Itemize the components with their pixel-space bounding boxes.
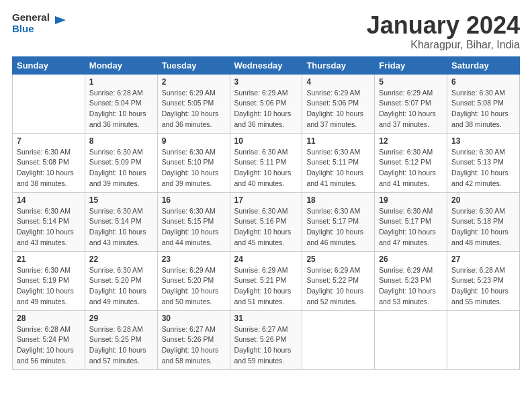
day-detail: Sunrise: 6:30 AMSunset: 5:11 PMDaylight:… bbox=[234, 148, 292, 187]
day-number: 24 bbox=[234, 255, 298, 264]
day-detail: Sunrise: 6:29 AMSunset: 5:06 PMDaylight:… bbox=[306, 89, 363, 128]
logo-blue: Blue bbox=[12, 24, 50, 35]
cell-w2-d1: 7Sunrise: 6:30 AMSunset: 5:08 PMDaylight… bbox=[13, 133, 85, 192]
cell-w3-d3: 16Sunrise: 6:30 AMSunset: 5:15 PMDayligh… bbox=[157, 192, 230, 251]
day-number: 3 bbox=[234, 77, 298, 87]
day-number: 28 bbox=[17, 314, 81, 323]
day-number: 12 bbox=[379, 136, 443, 146]
day-detail: Sunrise: 6:28 AMSunset: 5:25 PMDaylight:… bbox=[89, 325, 146, 365]
day-number: 18 bbox=[306, 195, 370, 205]
day-detail: Sunrise: 6:30 AMSunset: 5:16 PMDaylight:… bbox=[234, 207, 292, 246]
day-number: 15 bbox=[89, 195, 153, 205]
day-number: 2 bbox=[162, 77, 226, 87]
day-detail: Sunrise: 6:30 AMSunset: 5:14 PMDaylight:… bbox=[17, 207, 74, 246]
title-block: January 2024 Kharagpur, Bihar, India bbox=[367, 12, 520, 51]
cell-w2-d5: 11Sunrise: 6:30 AMSunset: 5:11 PMDayligh… bbox=[302, 133, 375, 192]
cell-w4-d5: 25Sunrise: 6:29 AMSunset: 5:22 PMDayligh… bbox=[302, 251, 375, 310]
cell-w5-d1: 28Sunrise: 6:28 AMSunset: 5:24 PMDayligh… bbox=[13, 310, 85, 369]
day-number: 4 bbox=[306, 77, 370, 87]
day-number: 11 bbox=[306, 136, 370, 146]
day-detail: Sunrise: 6:30 AMSunset: 5:08 PMDaylight:… bbox=[17, 148, 74, 187]
day-detail: Sunrise: 6:30 AMSunset: 5:09 PMDaylight:… bbox=[89, 148, 146, 187]
day-detail: Sunrise: 6:29 AMSunset: 5:07 PMDaylight:… bbox=[379, 89, 436, 128]
cell-w1-d4: 3Sunrise: 6:29 AMSunset: 5:06 PMDaylight… bbox=[230, 74, 302, 133]
day-number: 7 bbox=[17, 136, 81, 146]
cell-w4-d4: 24Sunrise: 6:29 AMSunset: 5:21 PMDayligh… bbox=[230, 251, 302, 310]
cell-w5-d3: 30Sunrise: 6:27 AMSunset: 5:26 PMDayligh… bbox=[157, 310, 230, 369]
day-number: 25 bbox=[306, 255, 370, 264]
subtitle: Kharagpur, Bihar, India bbox=[367, 39, 520, 51]
day-number: 29 bbox=[89, 314, 153, 323]
day-detail: Sunrise: 6:30 AMSunset: 5:12 PMDaylight:… bbox=[379, 148, 436, 187]
day-number: 6 bbox=[451, 77, 515, 87]
cell-w3-d6: 19Sunrise: 6:30 AMSunset: 5:17 PMDayligh… bbox=[375, 192, 447, 251]
cell-w4-d1: 21Sunrise: 6:30 AMSunset: 5:19 PMDayligh… bbox=[13, 251, 85, 310]
day-detail: Sunrise: 6:30 AMSunset: 5:10 PMDaylight:… bbox=[162, 148, 219, 187]
day-detail: Sunrise: 6:29 AMSunset: 5:21 PMDaylight:… bbox=[234, 266, 292, 306]
day-detail: Sunrise: 6:29 AMSunset: 5:06 PMDaylight:… bbox=[234, 89, 292, 128]
day-number: 31 bbox=[234, 314, 298, 323]
cell-w5-d7 bbox=[447, 310, 520, 369]
day-detail: Sunrise: 6:30 AMSunset: 5:11 PMDaylight:… bbox=[306, 148, 363, 187]
day-number: 14 bbox=[17, 195, 81, 205]
page-header: General Blue January 2024 Kharagpur, Bih… bbox=[12, 12, 520, 51]
cell-w2-d7: 13Sunrise: 6:30 AMSunset: 5:13 PMDayligh… bbox=[447, 133, 520, 192]
day-detail: Sunrise: 6:29 AMSunset: 5:22 PMDaylight:… bbox=[306, 266, 363, 306]
day-detail: Sunrise: 6:30 AMSunset: 5:17 PMDaylight:… bbox=[306, 207, 363, 246]
calendar-body: 1Sunrise: 6:28 AMSunset: 5:04 PMDaylight… bbox=[13, 74, 520, 369]
week-row-4: 21Sunrise: 6:30 AMSunset: 5:19 PMDayligh… bbox=[13, 251, 520, 310]
svg-marker-0 bbox=[55, 16, 66, 24]
week-row-5: 28Sunrise: 6:28 AMSunset: 5:24 PMDayligh… bbox=[13, 310, 520, 369]
col-monday: Monday bbox=[85, 56, 157, 74]
cell-w5-d5 bbox=[302, 310, 375, 369]
cell-w1-d5: 4Sunrise: 6:29 AMSunset: 5:06 PMDaylight… bbox=[302, 74, 375, 133]
day-detail: Sunrise: 6:30 AMSunset: 5:18 PMDaylight:… bbox=[451, 207, 508, 246]
cell-w5-d6 bbox=[375, 310, 447, 369]
day-number: 17 bbox=[234, 195, 298, 205]
cell-w4-d7: 27Sunrise: 6:28 AMSunset: 5:23 PMDayligh… bbox=[447, 251, 520, 310]
logo: General Blue bbox=[12, 12, 69, 34]
day-detail: Sunrise: 6:29 AMSunset: 5:05 PMDaylight:… bbox=[162, 89, 219, 128]
col-thursday: Thursday bbox=[302, 56, 375, 74]
cell-w2-d4: 10Sunrise: 6:30 AMSunset: 5:11 PMDayligh… bbox=[230, 133, 302, 192]
cell-w3-d2: 15Sunrise: 6:30 AMSunset: 5:14 PMDayligh… bbox=[85, 192, 157, 251]
day-detail: Sunrise: 6:29 AMSunset: 5:20 PMDaylight:… bbox=[162, 266, 219, 306]
day-number: 10 bbox=[234, 136, 298, 146]
day-detail: Sunrise: 6:30 AMSunset: 5:13 PMDaylight:… bbox=[451, 148, 508, 187]
week-row-3: 14Sunrise: 6:30 AMSunset: 5:14 PMDayligh… bbox=[13, 192, 520, 251]
cell-w5-d4: 31Sunrise: 6:27 AMSunset: 5:26 PMDayligh… bbox=[230, 310, 302, 369]
cell-w3-d5: 18Sunrise: 6:30 AMSunset: 5:17 PMDayligh… bbox=[302, 192, 375, 251]
day-detail: Sunrise: 6:30 AMSunset: 5:08 PMDaylight:… bbox=[451, 89, 508, 128]
day-number: 5 bbox=[379, 77, 443, 87]
main-title: January 2024 bbox=[367, 12, 520, 39]
day-number: 26 bbox=[379, 255, 443, 264]
col-sunday: Sunday bbox=[13, 56, 85, 74]
day-number: 21 bbox=[17, 255, 81, 264]
cell-w1-d1 bbox=[13, 74, 85, 133]
day-detail: Sunrise: 6:27 AMSunset: 5:26 PMDaylight:… bbox=[234, 325, 292, 365]
week-row-2: 7Sunrise: 6:30 AMSunset: 5:08 PMDaylight… bbox=[13, 133, 520, 192]
logo-general: General bbox=[12, 12, 50, 24]
day-number: 16 bbox=[162, 195, 226, 205]
day-detail: Sunrise: 6:30 AMSunset: 5:14 PMDaylight:… bbox=[89, 207, 146, 246]
cell-w1-d6: 5Sunrise: 6:29 AMSunset: 5:07 PMDaylight… bbox=[375, 74, 447, 133]
day-detail: Sunrise: 6:30 AMSunset: 5:15 PMDaylight:… bbox=[162, 207, 219, 246]
cell-w4-d6: 26Sunrise: 6:29 AMSunset: 5:23 PMDayligh… bbox=[375, 251, 447, 310]
cell-w3-d4: 17Sunrise: 6:30 AMSunset: 5:16 PMDayligh… bbox=[230, 192, 302, 251]
day-detail: Sunrise: 6:28 AMSunset: 5:23 PMDaylight:… bbox=[451, 266, 508, 306]
day-number: 23 bbox=[162, 255, 226, 264]
cell-w2-d3: 9Sunrise: 6:30 AMSunset: 5:10 PMDaylight… bbox=[157, 133, 230, 192]
calendar-header: Sunday Monday Tuesday Wednesday Thursday… bbox=[13, 56, 520, 74]
cell-w4-d2: 22Sunrise: 6:30 AMSunset: 5:20 PMDayligh… bbox=[85, 251, 157, 310]
day-detail: Sunrise: 6:27 AMSunset: 5:26 PMDaylight:… bbox=[162, 325, 219, 365]
week-row-1: 1Sunrise: 6:28 AMSunset: 5:04 PMDaylight… bbox=[13, 74, 520, 133]
col-wednesday: Wednesday bbox=[230, 56, 302, 74]
cell-w2-d6: 12Sunrise: 6:30 AMSunset: 5:12 PMDayligh… bbox=[375, 133, 447, 192]
day-number: 27 bbox=[451, 255, 515, 264]
day-detail: Sunrise: 6:30 AMSunset: 5:17 PMDaylight:… bbox=[379, 207, 436, 246]
day-detail: Sunrise: 6:29 AMSunset: 5:23 PMDaylight:… bbox=[379, 266, 436, 306]
calendar-page: General Blue January 2024 Kharagpur, Bih… bbox=[0, 0, 532, 377]
cell-w1-d2: 1Sunrise: 6:28 AMSunset: 5:04 PMDaylight… bbox=[85, 74, 157, 133]
day-detail: Sunrise: 6:30 AMSunset: 5:20 PMDaylight:… bbox=[89, 266, 146, 306]
cell-w2-d2: 8Sunrise: 6:30 AMSunset: 5:09 PMDaylight… bbox=[85, 133, 157, 192]
